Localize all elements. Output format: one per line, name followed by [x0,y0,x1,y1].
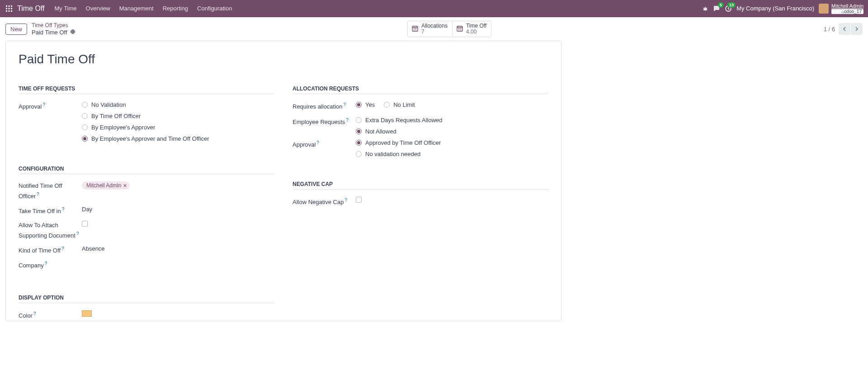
label-neg: Allow Negative Cap [292,199,344,205]
pager-prev[interactable] [839,23,850,35]
radio-option[interactable]: By Time Off Officer [82,113,274,119]
help-icon[interactable]: ? [316,140,319,145]
radio-icon [82,124,88,130]
radio-option[interactable]: By Employee's Approver [82,124,274,131]
radio-label: Approved by Time Off Officer [365,139,441,146]
section-requests: TIME OFF REQUESTS [19,86,274,94]
page-title: Paid Time Off [19,52,548,67]
radio-icon [82,136,88,142]
help-icon[interactable]: ? [45,261,47,266]
gear-icon[interactable] [70,29,75,36]
radio-label: No Limit [393,101,415,108]
pager[interactable]: 1 / 6 [824,26,835,33]
nav-configuration[interactable]: Configuration [193,0,236,17]
calendar-icon [411,25,419,33]
checkbox-neg[interactable] [356,197,362,203]
new-button[interactable]: New [5,24,27,35]
stat-allocations[interactable]: Allocations 7 [407,21,452,37]
svg-rect-7 [9,10,10,12]
radio-label: No validation needed [365,151,420,157]
help-icon[interactable]: ? [42,102,45,107]
radio-icon [82,102,88,108]
breadcrumb-parent[interactable]: Time Off Types [32,22,75,29]
radio-option[interactable]: Not Allowed [356,128,548,135]
radio-option[interactable]: No Limit [384,101,415,108]
svg-rect-12 [457,26,462,31]
help-icon[interactable]: ? [33,311,36,316]
checkbox-attach[interactable] [82,221,88,227]
nav-brand[interactable]: Time Off [17,5,44,13]
messages-icon[interactable]: 5 [713,5,720,12]
breadcrumb-current: Paid Time Off [32,29,67,36]
section-display: DISPLAY OPTION [19,295,274,303]
help-icon[interactable]: ? [344,102,346,107]
radio-option[interactable]: By Employee's Approver and Time Off Offi… [82,135,274,142]
radio-icon [356,128,362,134]
company-switcher[interactable]: My Company (San Francisco) [736,5,814,12]
calendar-icon [456,25,463,33]
user-menu[interactable]: Mitchell Admin odoo_17 [819,3,863,14]
svg-rect-0 [6,5,7,7]
radio-icon [356,102,362,108]
label-color: Color [19,312,33,319]
tag-notified[interactable]: Mitchell Admin × [82,181,130,190]
radio-group-alloc-approval: Approved by Time Off OfficerNo validatio… [356,139,548,157]
radio-group-requires: YesNo Limit [356,101,548,108]
help-icon[interactable]: ? [37,192,39,197]
section-neg: NEGATIVE CAP [292,181,548,190]
label-take: Take Time Off in [19,208,61,215]
radio-label: By Employee's Approver and Time Off Offi… [91,135,209,142]
radio-group-empreq: Extra Days Requests AllowedNot Allowed [356,117,548,135]
value-take[interactable]: Day [82,206,274,213]
radio-icon [82,113,88,119]
svg-rect-3 [6,8,7,10]
radio-icon [356,140,362,146]
pager-next[interactable] [851,23,863,35]
radio-option[interactable]: No Validation [82,101,274,108]
label-notified: Notified Time Off Officer [19,182,62,200]
section-alloc: ALLOCATION REQUESTS [292,86,548,94]
tag-remove-icon[interactable]: × [123,182,127,189]
user-db: odoo_17 [831,9,863,14]
label-alloc-approval: Approval [292,141,316,148]
svg-point-9 [704,7,707,10]
svg-rect-2 [11,5,12,7]
bug-icon[interactable] [702,5,708,12]
radio-label: Not Allowed [365,128,396,135]
value-kind[interactable]: Absence [82,245,274,252]
activities-badge: 13 [727,2,736,8]
activities-icon[interactable]: 13 [725,5,732,12]
stat-timeoff[interactable]: Time Off 4.00 [452,21,491,37]
label-requires: Requires allocation [292,104,343,110]
help-icon[interactable]: ? [344,198,347,203]
color-picker[interactable] [82,310,92,317]
radio-label: By Employee's Approver [91,124,155,131]
stat-alloc-label: Allocations [421,23,448,29]
nav-overview[interactable]: Overview [81,0,115,17]
help-icon[interactable]: ? [76,231,79,236]
messages-badge: 5 [718,2,724,8]
radio-label: Extra Days Requests Allowed [365,117,443,124]
radio-option[interactable]: No validation needed [356,151,548,157]
radio-label: By Time Off Officer [91,113,141,119]
radio-label: No Validation [91,101,126,108]
avatar [819,4,829,14]
radio-option[interactable]: Approved by Time Off Officer [356,139,548,146]
label-emp-req: Employee Requests [292,119,345,125]
radio-group-approval: No ValidationBy Time Off OfficerBy Emplo… [82,101,274,142]
nav-management[interactable]: Management [115,0,158,17]
radio-icon [384,102,390,108]
radio-option[interactable]: Extra Days Requests Allowed [356,117,548,124]
label-company: Company [19,262,44,269]
help-icon[interactable]: ? [61,246,64,251]
nav-reporting[interactable]: Reporting [158,0,193,17]
help-icon[interactable]: ? [62,207,65,212]
nav-my-time[interactable]: My Time [50,0,81,17]
user-name: Mitchell Admin [831,3,863,9]
svg-rect-1 [9,5,10,7]
svg-rect-5 [11,8,12,10]
stat-alloc-val: 7 [421,29,448,35]
radio-option[interactable]: Yes [356,101,375,108]
apps-icon[interactable] [5,4,14,13]
help-icon[interactable]: ? [346,118,349,123]
